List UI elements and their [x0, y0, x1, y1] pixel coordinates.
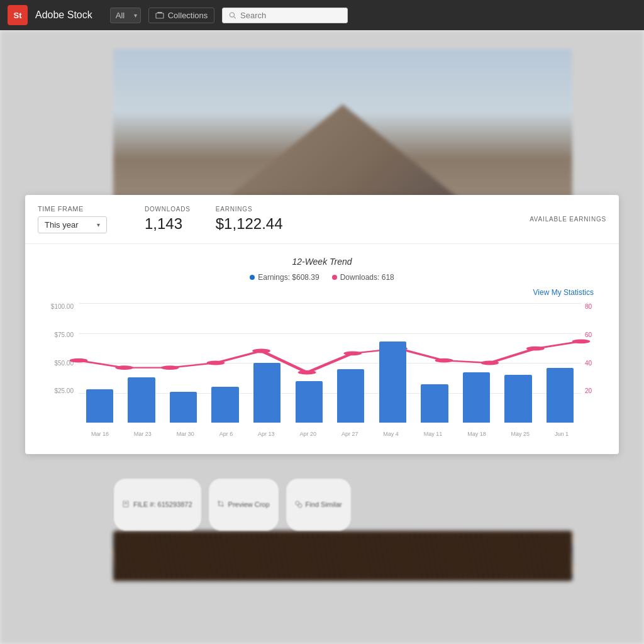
- chart-bar: [211, 387, 238, 423]
- available-earnings-label: AVAILABLE EARNINGS: [530, 216, 606, 223]
- view-stats-link[interactable]: View My Statistics: [44, 288, 600, 297]
- bar-container: [414, 303, 456, 423]
- downloads-value: 1,143: [145, 215, 191, 233]
- search-input[interactable]: [240, 11, 341, 20]
- chart-bar: [128, 377, 155, 423]
- bar-container: [539, 303, 581, 423]
- y-label-25: $25.00: [54, 387, 74, 394]
- collections-button[interactable]: Collections: [148, 8, 215, 23]
- preview-crop-button[interactable]: Preview Crop: [208, 478, 279, 531]
- chart-bar: [296, 381, 323, 423]
- bar-container: [288, 303, 330, 423]
- category-dropdown[interactable]: All: [110, 8, 141, 23]
- x-axis-label: Mar 23: [134, 431, 152, 437]
- time-frame-label: Time Frame: [38, 205, 119, 213]
- earnings-legend-item: Earnings: $608.39: [250, 273, 319, 282]
- svg-rect-1: [157, 12, 162, 13]
- chart-wrapper: $100.00 $75.00 $50.00 $25.00 $0 80 60 40…: [44, 303, 600, 441]
- chart-bar: [379, 341, 406, 423]
- category-dropdown-wrap[interactable]: All: [110, 8, 141, 23]
- time-frame-value: This year: [45, 220, 78, 230]
- stats-card: Time Frame This year ▾ DOWNLOADS 1,143 E…: [25, 195, 619, 454]
- y-label-75: $75.00: [54, 331, 74, 338]
- downloads-legend-label: Downloads: 618: [340, 273, 394, 282]
- file-icon: [123, 501, 130, 508]
- find-similar-button[interactable]: Find Similar: [286, 478, 352, 531]
- app-header: St Adobe Stock All Collections: [0, 0, 644, 30]
- x-axis-label: Apr 6: [219, 431, 233, 437]
- x-axis-label: Apr 13: [258, 431, 275, 437]
- x-axis-label: May 4: [383, 431, 399, 437]
- x-axis-label: Apr 27: [341, 431, 358, 437]
- downloads-legend-item: Downloads: 618: [332, 273, 394, 282]
- chart-bar: [337, 369, 364, 423]
- earnings-value: $1,122.44: [216, 215, 283, 233]
- y-axis-left: $100.00 $75.00 $50.00 $25.00 $0: [44, 303, 79, 423]
- earnings-label: EARNINGS: [216, 206, 283, 213]
- chart-bar: [170, 392, 197, 423]
- x-axis-label: Mar 16: [91, 431, 109, 437]
- earnings-stat: EARNINGS $1,122.44: [216, 206, 283, 233]
- crop-icon: [218, 501, 225, 508]
- y-right-60: 60: [585, 331, 592, 338]
- logo-icon: St: [8, 5, 28, 25]
- bar-container: [79, 303, 121, 423]
- chart-area: 12-Week Trend Earnings: $608.39 Download…: [25, 244, 619, 454]
- bar-container: [330, 303, 372, 423]
- time-frame-section: Time Frame This year ▾: [38, 205, 119, 233]
- collections-icon: [155, 11, 164, 19]
- earnings-legend-dot: [250, 275, 255, 280]
- chart-bar: [421, 384, 448, 423]
- mountain-image: [113, 49, 572, 206]
- svg-line-3: [234, 16, 236, 18]
- x-axis-label: May 18: [467, 431, 486, 437]
- x-axis-label: May 11: [424, 431, 443, 437]
- bar-container: [162, 303, 204, 423]
- time-frame-dropdown[interactable]: This year ▾: [38, 216, 107, 233]
- chart-bar: [463, 372, 490, 423]
- y-label-100: $100.00: [51, 303, 74, 310]
- bar-container: [372, 303, 414, 423]
- chevron-down-icon: ▾: [97, 221, 100, 228]
- svg-point-2: [230, 12, 235, 16]
- svg-point-8: [298, 504, 302, 508]
- y-right-40: 40: [585, 360, 592, 367]
- preview-crop-label: Preview Crop: [228, 501, 270, 508]
- chart-bar: [504, 375, 531, 423]
- chart-legend: Earnings: $608.39 Downloads: 618: [44, 273, 600, 282]
- collections-label: Collections: [168, 11, 208, 20]
- x-axis: Mar 16Mar 23Mar 30Apr 6Apr 13Apr 20Apr 2…: [79, 426, 581, 441]
- stats-header: Time Frame This year ▾ DOWNLOADS 1,143 E…: [25, 195, 619, 244]
- chart-title: 12-Week Trend: [44, 257, 600, 267]
- similar-icon: [295, 501, 303, 508]
- search-icon: [229, 11, 236, 19]
- downloads-label: DOWNLOADS: [145, 206, 191, 213]
- x-axis-label: Apr 20: [299, 431, 316, 437]
- y-right-20: 20: [585, 387, 592, 394]
- chart-bar: [86, 389, 113, 423]
- bar-container: [204, 303, 247, 423]
- bar-container: [455, 303, 497, 423]
- find-similar-label: Find Similar: [306, 501, 342, 508]
- y-axis-right: 80 60 40 20 0: [581, 303, 600, 423]
- bar-container: [497, 303, 540, 423]
- x-axis-label: Mar 30: [177, 431, 194, 437]
- bar-container: [121, 303, 163, 423]
- file-info-bar: FILE #: 615293872 Preview Crop Find Simi…: [63, 478, 644, 531]
- bar-container: [246, 303, 288, 423]
- earnings-legend-label: Earnings: $608.39: [258, 273, 319, 282]
- app-title: Adobe Stock: [35, 9, 92, 21]
- chart-bar: [253, 363, 280, 423]
- file-id-label: FILE #: 615293872: [133, 501, 192, 508]
- downloads-legend-dot: [332, 275, 337, 280]
- grass-overlay: [113, 531, 572, 581]
- x-axis-label: May 25: [511, 431, 530, 437]
- svg-rect-0: [156, 13, 164, 18]
- search-bar[interactable]: [222, 8, 348, 23]
- chart-bar: [547, 368, 574, 423]
- downloads-stat: DOWNLOADS 1,143: [145, 206, 191, 233]
- chart-canvas: [79, 303, 581, 423]
- x-axis-label: Jun 1: [555, 431, 569, 437]
- file-id-button[interactable]: FILE #: 615293872: [113, 478, 202, 531]
- y-right-80: 80: [585, 303, 592, 310]
